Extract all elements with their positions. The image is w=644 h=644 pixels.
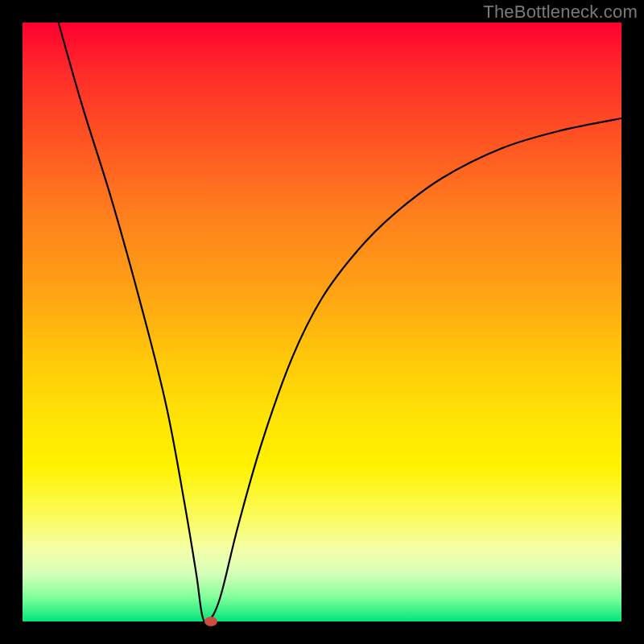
curve-path — [59, 23, 621, 623]
watermark-text: TheBottleneck.com — [483, 2, 638, 23]
optimal-point-marker — [204, 617, 217, 626]
bottleneck-curve — [23, 23, 621, 621]
chart-plot-area — [23, 23, 621, 621]
